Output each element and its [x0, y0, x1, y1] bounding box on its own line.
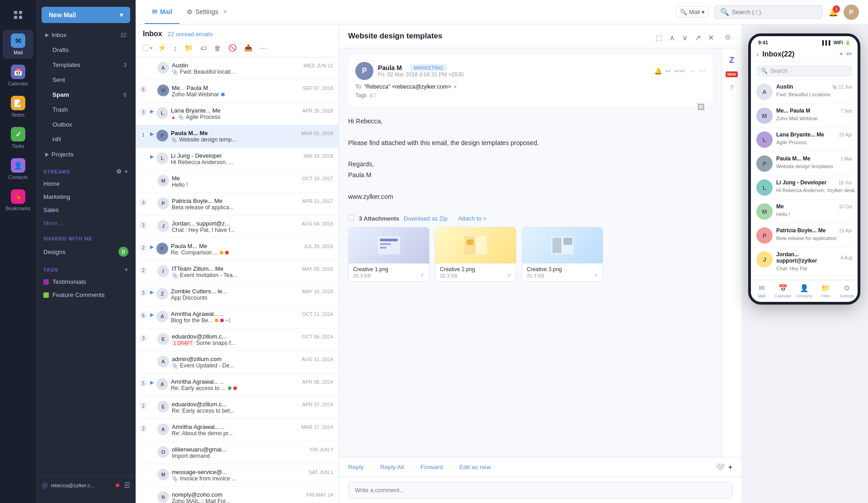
sidebar-item-bookmarks[interactable]: 🔖 Bookmarks: [3, 186, 33, 215]
search-scope-selector[interactable]: 🔍 Mail ▾: [676, 6, 709, 18]
tab-mail[interactable]: ✉ Mail: [145, 0, 179, 24]
email-list-item[interactable]: 2 I ITTeam Zillum... Me MAY 05, 2016 📎Ev…: [136, 261, 339, 283]
prev-email-button[interactable]: ∧: [667, 32, 678, 43]
folder-item-inbox[interactable]: ▶ Inbox 22: [38, 28, 134, 42]
email-list-item[interactable]: 3 ▶ Z Zombie Cutters... le... MAY 15, 20…: [136, 283, 339, 306]
phone-email-list-item[interactable]: L Lana Bryante... Me 26 Apr Agile Proces…: [751, 128, 858, 152]
email-list-item[interactable]: 2 E eduardov@zillum.c... APR 07, 2014 Re…: [136, 396, 339, 419]
attachment-checkbox[interactable]: [348, 215, 354, 222]
forward-quick-icon[interactable]: →: [689, 67, 695, 75]
email-list-item[interactable]: 3 ▶ L Lana Bryante... Me APR 26, 2018 ▲📎…: [136, 103, 339, 125]
streams-add-icon[interactable]: +: [125, 168, 128, 175]
zylker-logo-icon[interactable]: Z: [726, 53, 737, 68]
heart-reaction-icon[interactable]: 🤍: [716, 463, 725, 471]
attachment-card-3[interactable]: Creative 3.png 20.3 KB ✓: [522, 227, 603, 282]
phone-nav-item-mail[interactable]: ✉ Mail: [751, 280, 772, 302]
email-list-item[interactable]: 3 E eduardov@zillum.c... OCT 06, 2014 1 …: [136, 329, 339, 351]
folder-item-spam[interactable]: Spam 6: [38, 88, 134, 102]
select-all-checkbox[interactable]: ▾: [143, 45, 153, 51]
email-list-item[interactable]: M message-service@... SAT JUN 1 📎Invoice…: [136, 464, 339, 487]
grid-icon[interactable]: [10, 7, 26, 23]
next-email-button[interactable]: ∨: [679, 32, 690, 43]
reply-all-quick-icon[interactable]: ↩↩: [675, 67, 685, 75]
email-list-item[interactable]: 5 ▶ A Amritha Agrawal... .. APR 08, 2014…: [136, 374, 339, 396]
phone-back-button[interactable]: ‹: [756, 50, 759, 58]
email-list-item[interactable]: O olilienwuaru@gmai... FRI JUN 7 Import …: [136, 442, 339, 464]
add-tag-icon[interactable]: 🏷: [369, 92, 376, 99]
tag-button[interactable]: 🏷: [198, 43, 209, 53]
notification-button[interactable]: 🔔 2: [828, 7, 838, 17]
folder-item-hr[interactable]: HR: [38, 132, 134, 146]
phone-compose-button[interactable]: ✏: [846, 50, 852, 58]
attachment-card-2[interactable]: Creative 2.png 20.3 KB ✓: [435, 227, 516, 282]
email-list-item[interactable]: A admin@zillum.com AUG 11, 2014 📎Event U…: [136, 351, 339, 374]
sidebar-item-tasks[interactable]: ✓ Tasks: [3, 123, 33, 152]
popout-button[interactable]: ↗: [692, 32, 703, 43]
folder-item-trash[interactable]: Trash: [38, 103, 134, 117]
filter-button[interactable]: ⚡: [156, 42, 169, 53]
sidebar-item-contacts[interactable]: 👤 Contacts: [3, 155, 33, 183]
phone-email-list-item[interactable]: M Me... Paula M 7 Sep Zoho Mail Webinar: [751, 104, 858, 128]
download-zip-link[interactable]: Download as Zip: [404, 215, 448, 222]
sidebar-collapse-icon[interactable]: ☰: [124, 481, 130, 489]
search-bar[interactable]: 🔍: [714, 5, 823, 19]
email-list-item[interactable]: 3 P Patricia Boyle... Me APR 21, 2017 Be…: [136, 193, 339, 216]
stream-item-sales[interactable]: Sales: [36, 203, 136, 216]
sidebar-item-notes[interactable]: 📝 Notes: [3, 92, 33, 121]
unread-emails-link[interactable]: 22 unread emails: [168, 31, 213, 38]
add-reaction-icon[interactable]: +: [728, 463, 732, 471]
folder-item-projects[interactable]: ▶ Projects: [38, 147, 134, 161]
attachment-card-1[interactable]: Creative 1.png 20.3 KB ✓: [348, 227, 429, 282]
forward-button[interactable]: Forward: [420, 464, 443, 470]
move-button[interactable]: 📤: [242, 42, 255, 53]
phone-nav-item-settings[interactable]: ⚙ Settings: [836, 280, 858, 302]
email-list-item[interactable]: 2 ▶ P Paula M... Me JUL 29, 2016 Re. Com…: [136, 238, 339, 261]
email-list-item[interactable]: A Austin WED JUN 12 📎Fwd: Beautiful loca…: [136, 57, 339, 80]
gear-settings-icon[interactable]: ⚙: [723, 32, 732, 43]
attachment-preview-icon[interactable]: 🖼: [697, 103, 705, 112]
close-detail-button[interactable]: ✕: [705, 32, 717, 43]
sidebar-item-mail[interactable]: ✉ Mail: [3, 30, 33, 59]
phone-nav-item-files[interactable]: 📁 Files: [815, 280, 836, 302]
phone-email-list-item[interactable]: M Me 10 Oct Hello !: [751, 200, 858, 224]
more-button[interactable]: ⋯: [258, 42, 269, 53]
streams-settings-icon[interactable]: ⚙: [116, 168, 122, 175]
tab-close-icon[interactable]: ✕: [223, 9, 227, 15]
tab-settings[interactable]: ⚙ Settings ✕: [179, 0, 235, 24]
tag-item-testimonials[interactable]: Testimonials: [36, 275, 136, 288]
question-icon[interactable]: ?: [727, 81, 736, 94]
tags-add-icon[interactable]: +: [125, 266, 128, 273]
folder-item-sent[interactable]: Sent: [38, 73, 134, 87]
stream-item-marketing[interactable]: Marketing: [36, 190, 136, 203]
email-list-item[interactable]: 1 ▶ P Paula M... Me MAR 02, 2018 📎Websit…: [136, 125, 339, 148]
comment-input[interactable]: [348, 482, 732, 498]
reply-quick-icon[interactable]: ↩: [665, 67, 671, 75]
stream-item-home[interactable]: Home: [36, 177, 136, 190]
phone-email-list-item[interactable]: P Paula M... Me 2 Mar Website design tem…: [751, 152, 858, 176]
shared-item-designs[interactable]: Designs D: [36, 244, 136, 260]
email-list-item[interactable]: ▶ L Li Jung - Developer JAN 18, 2018 Hi …: [136, 148, 339, 170]
sort-button[interactable]: ↕: [171, 43, 179, 53]
phone-nav-item-calendar[interactable]: 📅 Calendar: [772, 280, 793, 302]
new-mail-button[interactable]: New Mail ▾: [42, 7, 130, 23]
user-avatar[interactable]: P: [844, 5, 859, 20]
folder-item-outbox[interactable]: Outbox: [38, 118, 134, 132]
more-quick-icon[interactable]: ⋯: [699, 67, 705, 75]
email-list-item[interactable]: N noreply@zoho.com FRI MAY 24 Zoho MAIL …: [136, 487, 339, 503]
email-list-item[interactable]: 2 A Amritha Agrawal... .. MAR 27, 2014 R…: [136, 419, 339, 442]
folder-item-templates[interactable]: Templates 3: [38, 58, 134, 72]
tag-item-feature-comments[interactable]: Feature Comments: [36, 288, 136, 301]
attach-to-link[interactable]: Attach to >: [458, 215, 487, 222]
email-list-item[interactable]: 6 ▶ A Amritha Agrawal... .. OCT 11, 2014…: [136, 306, 339, 329]
search-input[interactable]: [732, 9, 817, 15]
phone-collapse-icon[interactable]: ▾: [840, 51, 843, 57]
email-list-item[interactable]: M Me OCT 10, 2017 Hello !: [136, 170, 339, 193]
block-button[interactable]: 🚫: [226, 42, 239, 53]
phone-email-list-item[interactable]: A Austin 📎 12 Jun Fwd: Beautiful Locatio…: [751, 80, 858, 104]
reply-all-button[interactable]: Reply All: [380, 464, 404, 470]
phone-nav-item-contacts[interactable]: 👤 Contacts: [793, 280, 815, 302]
delete-button[interactable]: 🗑: [212, 43, 223, 53]
snooze-icon[interactable]: 🔔: [654, 67, 662, 75]
phone-email-list-item[interactable]: L Li Jung - Developer 18 Jun Hi Rebecca …: [751, 176, 858, 200]
stream-item-more[interactable]: More ...: [36, 216, 136, 230]
